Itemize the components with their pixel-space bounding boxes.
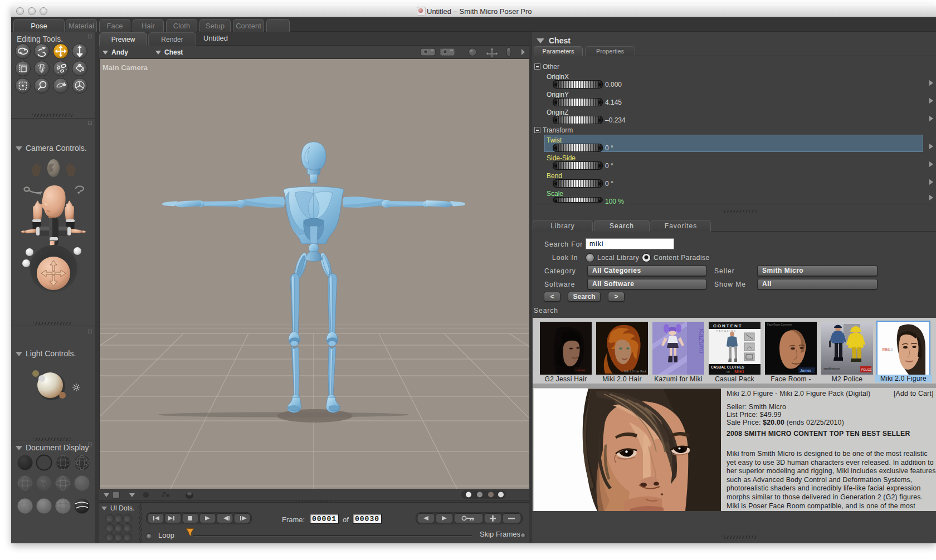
svg-text:smithmicro: smithmicro bbox=[823, 367, 840, 370]
svg-text:miki2.0: miki2.0 bbox=[882, 347, 893, 351]
svg-text:KaZumi: KaZumi bbox=[698, 328, 704, 354]
svg-text:for: for bbox=[727, 370, 730, 374]
svg-text:CASUAL CLOTHES: CASUAL CLOTHES bbox=[711, 365, 744, 369]
svg-text:POLICE: POLICE bbox=[861, 368, 872, 371]
svg-text:Face Room Converter: Face Room Converter bbox=[767, 323, 792, 326]
svg-text:MIKI: MIKI bbox=[734, 369, 744, 374]
svg-text:CONTENT: CONTENT bbox=[713, 323, 743, 328]
svg-text:James: James bbox=[800, 369, 812, 372]
svg-text:Main Camera: Main Camera bbox=[103, 63, 148, 72]
svg-text:PARADISE: PARADISE bbox=[716, 330, 737, 332]
